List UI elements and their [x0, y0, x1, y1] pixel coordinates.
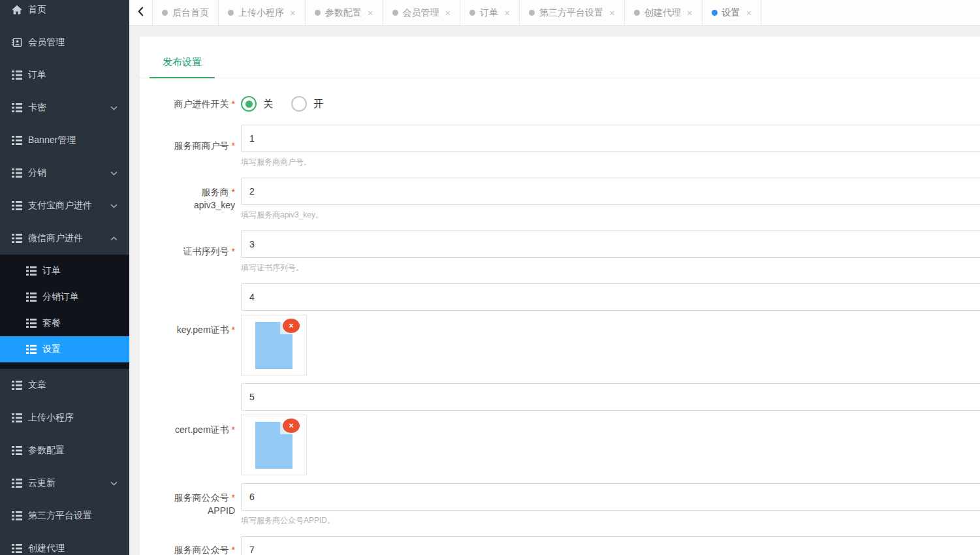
list-icon: [26, 319, 37, 328]
field-label: cert.pem证书*: [175, 423, 235, 436]
close-icon[interactable]: ×: [290, 8, 296, 18]
sidebar-item-banner[interactable]: Banner管理: [0, 124, 129, 157]
sidebar-item-orders[interactable]: 订单: [0, 59, 129, 91]
field-label: 商户进件开关*: [174, 97, 235, 110]
radio-label: 开: [313, 98, 323, 110]
sidebar-item-label: 分销订单: [42, 291, 79, 303]
radio-option-off[interactable]: 关: [241, 96, 273, 112]
merchant-id-input[interactable]: [241, 125, 980, 152]
close-icon[interactable]: ×: [687, 8, 693, 18]
tab-label: 创建代理: [644, 7, 681, 19]
sidebar-item-create-agent[interactable]: 创建代理: [0, 532, 129, 555]
required-mark: *: [232, 545, 235, 555]
home-icon: [12, 5, 22, 14]
keypem-file-thumbnail[interactable]: ×: [241, 315, 307, 375]
tab-label: 订单: [480, 7, 498, 19]
field-label: key.pem证书*: [177, 323, 235, 336]
certpem-input[interactable]: [241, 383, 980, 411]
required-mark: *: [232, 140, 235, 151]
radio-label: 关: [263, 98, 273, 110]
required-mark: *: [232, 187, 235, 197]
sidebar-item-label: 支付宝商户进件: [28, 200, 92, 212]
sidebar-item-parameters[interactable]: 参数配置: [0, 434, 129, 467]
sidebar-item-label: 首页: [28, 4, 46, 16]
sidebar-item-alipay-onboarding[interactable]: 支付宝商户进件: [0, 189, 129, 222]
tab-create-agent[interactable]: 创建代理 ×: [625, 0, 703, 25]
sidebar-item-distribution[interactable]: 分销: [0, 157, 129, 189]
tab-label: 设置: [722, 7, 740, 19]
sidebar-item-label: 文章: [28, 379, 46, 391]
sidebar-item-label: 分销: [28, 167, 46, 179]
delete-file-icon[interactable]: ×: [283, 319, 300, 333]
tab-label: 后台首页: [172, 7, 209, 19]
sidebar-subitem-settings[interactable]: 设置: [0, 336, 129, 362]
tab-dot-icon: [529, 10, 535, 16]
list-icon: [12, 511, 22, 520]
tab-publish-settings[interactable]: 发布设置: [150, 51, 215, 78]
form-row-merchant-id: 服务商商户号* 填写服务商商户号。: [150, 125, 980, 166]
tab-thirdparty-platform[interactable]: 第三方平台设置 ×: [520, 0, 625, 25]
list-icon: [12, 446, 22, 455]
keypem-input[interactable]: [241, 283, 980, 311]
form-row-merchant-switch: 商户进件开关* 关 开: [150, 90, 980, 118]
top-tabbar: 后台首页 上传小程序 × 参数配置 × 会员管理 × 订单 × 第三方平台设置 …: [129, 0, 980, 26]
field-help-text: 填写服务商商户号。: [241, 157, 980, 166]
sidebar-subitem-packages[interactable]: 套餐: [0, 310, 129, 336]
tab-backend-home[interactable]: 后台首页: [153, 0, 219, 25]
required-mark: *: [232, 424, 235, 435]
cert-serial-input[interactable]: [241, 230, 980, 258]
official-appid-input[interactable]: [241, 483, 980, 511]
required-mark: *: [232, 492, 235, 503]
field-help-text: 填写证书序列号。: [241, 263, 980, 272]
sidebar-item-cardkeys[interactable]: 卡密: [0, 91, 129, 124]
tab-upload-miniprogram[interactable]: 上传小程序 ×: [219, 0, 306, 25]
sidebar-item-home[interactable]: 首页: [0, 0, 129, 26]
tab-dot-icon: [228, 10, 234, 16]
apiv3-key-input[interactable]: [241, 178, 980, 205]
form-row-certpem: cert.pem证书* ×: [150, 383, 980, 475]
sidebar-item-wechat-onboarding[interactable]: 微信商户进件: [0, 222, 129, 255]
field-label: 服务商公众号*: [174, 491, 235, 504]
sidebar-item-upload-miniprogram[interactable]: 上传小程序: [0, 402, 129, 434]
radio-option-on[interactable]: 开: [291, 96, 323, 112]
sidebar-menu: 首页 会员管理 订单 卡密 Ban: [0, 0, 129, 555]
close-icon[interactable]: ×: [445, 8, 451, 18]
close-icon[interactable]: ×: [609, 8, 615, 18]
sidebar-item-label: 创建代理: [28, 543, 65, 554]
tab-dot-icon: [469, 10, 475, 16]
tab-dot-icon: [712, 10, 718, 16]
form-row-keypem: key.pem证书* ×: [150, 283, 980, 375]
list-icon: [12, 413, 22, 422]
sidebar-subitem-distribution-orders[interactable]: 分销订单: [0, 284, 129, 310]
delete-file-icon[interactable]: ×: [283, 419, 300, 433]
list-icon: [26, 266, 37, 276]
sidebar-item-thirdparty-platform[interactable]: 第三方平台设置: [0, 500, 129, 532]
sidebar-item-label: 订单: [42, 265, 61, 277]
tabs-back-button[interactable]: [129, 0, 153, 25]
sidebar-item-label: 微信商户进件: [28, 232, 83, 244]
sidebar-subitem-orders[interactable]: 订单: [0, 258, 129, 284]
tab-orders[interactable]: 订单 ×: [460, 0, 520, 25]
list-icon: [26, 345, 37, 354]
required-mark: *: [232, 246, 235, 257]
sidebar-item-label: 会员管理: [28, 37, 65, 48]
tab-dot-icon: [315, 10, 321, 16]
official-account-input[interactable]: [241, 536, 980, 555]
address-book-icon: [12, 38, 22, 47]
tab-settings[interactable]: 设置 ×: [703, 0, 762, 25]
sidebar-item-articles[interactable]: 文章: [0, 369, 129, 402]
tab-parameters[interactable]: 参数配置 ×: [306, 0, 383, 25]
close-icon[interactable]: ×: [746, 8, 752, 18]
main-area: 后台首页 上传小程序 × 参数配置 × 会员管理 × 订单 × 第三方平台设置 …: [129, 0, 980, 555]
tab-members[interactable]: 会员管理 ×: [383, 0, 461, 25]
certpem-file-thumbnail[interactable]: ×: [241, 415, 307, 475]
sidebar-item-members[interactable]: 会员管理: [0, 26, 129, 59]
close-icon[interactable]: ×: [368, 8, 373, 18]
list-icon: [12, 168, 22, 178]
required-mark: *: [232, 99, 235, 109]
sidebar-submenu-wechat: 订单 分销订单 套餐 设置: [0, 255, 129, 369]
tab-label: 参数配置: [325, 7, 362, 19]
close-icon[interactable]: ×: [504, 8, 510, 18]
sidebar-item-cloud-update[interactable]: 云更新: [0, 467, 129, 500]
list-icon: [12, 71, 22, 80]
